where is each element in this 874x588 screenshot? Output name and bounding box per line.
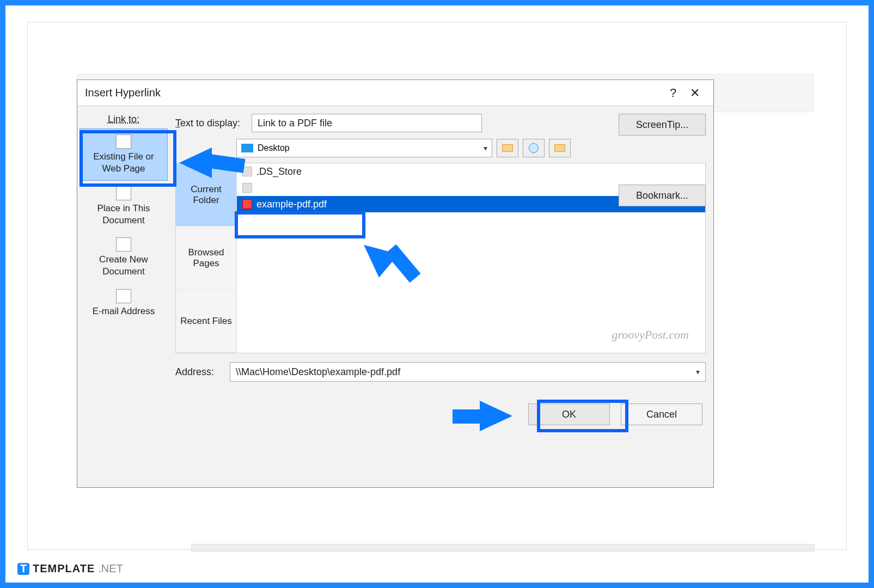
address-label: Address: bbox=[175, 366, 224, 378]
browse-file-button[interactable] bbox=[549, 139, 571, 157]
folder-icon bbox=[241, 144, 253, 152]
link-to-label: Link to: bbox=[80, 114, 168, 125]
email-icon bbox=[116, 289, 131, 303]
up-folder-button[interactable] bbox=[497, 139, 518, 157]
chevron-down-icon: ▾ bbox=[484, 144, 487, 152]
annotation-highlight-ok bbox=[537, 400, 628, 432]
file-name-hidden bbox=[256, 182, 259, 194]
file-name: .DS_Store bbox=[256, 166, 302, 177]
linkto-create-new[interactable]: Create New Document bbox=[80, 232, 168, 283]
brand-logo: T TEMPLATE.NET bbox=[17, 562, 123, 575]
linkto-place-in-doc[interactable]: Place in This Document bbox=[80, 181, 168, 232]
tab-browsed-pages[interactable]: Browsed Pages bbox=[176, 226, 236, 290]
help-button[interactable]: ? bbox=[662, 86, 684, 100]
pdf-icon bbox=[242, 199, 252, 209]
close-button[interactable]: ✕ bbox=[684, 86, 706, 100]
chevron-down-icon: ▾ bbox=[696, 367, 700, 376]
linkto-create-new-label: Create New Document bbox=[99, 254, 148, 277]
annotation-highlight-selected-file bbox=[235, 211, 365, 238]
lookin-value: Desktop bbox=[258, 143, 290, 153]
folder-up-icon bbox=[502, 144, 513, 152]
brand-suffix: .NET bbox=[98, 562, 123, 575]
brand-name: TEMPLATE bbox=[33, 562, 95, 575]
new-doc-icon bbox=[116, 237, 131, 252]
address-value: \\Mac\Home\Desktop\example-pdf.pdf bbox=[236, 366, 400, 378]
screentip-button[interactable]: ScreenTip... bbox=[619, 114, 706, 136]
globe-icon bbox=[529, 143, 539, 153]
dialog-main: Text to display: Desktop ▾ bbox=[170, 106, 713, 487]
file-name: example-pdf.pdf bbox=[256, 199, 327, 210]
text-to-display-label: Text to display: bbox=[175, 118, 246, 129]
bookmark-icon bbox=[116, 186, 131, 200]
address-input[interactable]: \\Mac\Home\Desktop\example-pdf.pdf ▾ bbox=[230, 362, 706, 382]
folder-open-icon bbox=[554, 144, 565, 152]
brand-icon: T bbox=[17, 563, 29, 575]
bookmark-button[interactable]: Bookmark... bbox=[619, 185, 706, 206]
browse-tabs: Current Folder Browsed Pages Recent File… bbox=[176, 163, 237, 353]
file-icon bbox=[242, 183, 252, 193]
linkto-email-label: E-mail Address bbox=[93, 306, 155, 316]
text-to-display-input[interactable] bbox=[252, 114, 482, 132]
linkto-place-in-doc-label: Place in This Document bbox=[97, 203, 150, 225]
annotation-highlight-existing-file bbox=[80, 130, 176, 187]
watermark: groovyPost.com bbox=[612, 328, 689, 342]
cancel-button[interactable]: Cancel bbox=[621, 403, 702, 425]
dialog-titlebar: Insert Hyperlink ? ✕ bbox=[77, 80, 713, 106]
tab-recent-files[interactable]: Recent Files bbox=[176, 290, 236, 353]
background-window-bottom bbox=[191, 544, 815, 552]
linkto-email[interactable]: E-mail Address bbox=[80, 284, 168, 323]
tutorial-card: Insert Hyperlink ? ✕ Link to: Existing F… bbox=[27, 22, 847, 550]
browse-web-button[interactable] bbox=[523, 139, 545, 157]
lookin-select[interactable]: Desktop ▾ bbox=[236, 139, 492, 157]
dialog-title: Insert Hyperlink bbox=[85, 87, 161, 99]
